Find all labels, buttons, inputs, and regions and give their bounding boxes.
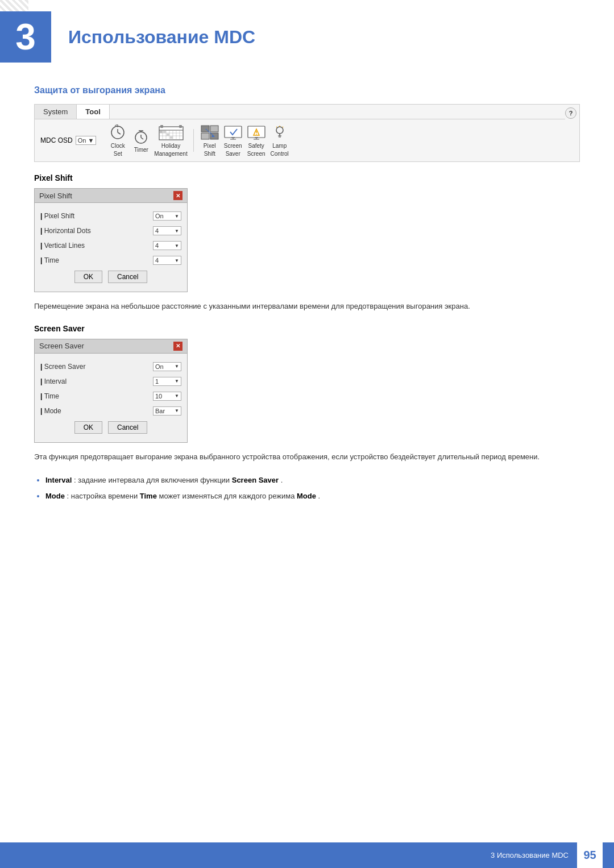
toolbar-content: MDC OSD On ▼	[35, 119, 565, 161]
screen-saver-label2: Saver	[226, 151, 240, 157]
screen-saver-select[interactable]: On ▼	[153, 362, 181, 371]
lamp-control-label: Lamp	[272, 143, 287, 149]
svg-line-2	[118, 132, 121, 134]
screen-saver-ok-button[interactable]: OK	[74, 421, 102, 434]
screen-saver-label: Screen	[224, 143, 242, 149]
toolbar-icon-timer[interactable]: Timer	[131, 128, 151, 153]
interval-value: 1	[155, 378, 159, 385]
toolbar-separator	[193, 129, 194, 152]
lamp-control-icon	[269, 124, 290, 141]
vertical-lines-value: 4	[155, 242, 159, 249]
svg-rect-30	[225, 126, 242, 138]
horizontal-dots-arrow: ▼	[175, 229, 179, 234]
clock-set-label2: Set	[114, 151, 122, 157]
pixel-shift-icon	[200, 124, 220, 141]
pixel-shift-arrow: ▼	[175, 214, 179, 219]
mode-arrow: ▼	[175, 408, 179, 413]
svg-rect-11	[179, 125, 182, 128]
mode-text: : настройка времени	[67, 492, 140, 500]
svg-rect-20	[160, 131, 163, 133]
toolbar-icon-pixel-shift[interactable]: Pixel Shift	[200, 124, 220, 157]
screen-saver-dialog-buttons: OK Cancel	[40, 421, 181, 434]
svg-point-41	[276, 127, 283, 134]
interval-label: Interval	[40, 377, 153, 385]
chapter-title: Использование MDC	[51, 15, 272, 59]
pixel-shift-label2: Shift	[204, 151, 215, 157]
pixel-shift-time-value: 4	[155, 257, 159, 264]
dialog-row-interval: Interval 1 ▼	[40, 377, 181, 386]
screen-saver-icon	[223, 124, 243, 141]
pixel-shift-cancel-button[interactable]: Cancel	[108, 271, 147, 283]
toolbar-icon-holiday[interactable]: Holiday Management	[154, 124, 187, 157]
holiday-label2: Management	[154, 151, 187, 157]
clock-set-label: Clock	[111, 143, 125, 149]
svg-rect-23	[170, 136, 173, 139]
interval-select[interactable]: 1 ▼	[153, 377, 181, 386]
screen-saver-value: On	[155, 363, 164, 370]
ss-time-arrow: ▼	[175, 393, 179, 398]
mdc-osd-label: MDC OSD	[40, 136, 73, 144]
time-keyword: Time	[140, 492, 157, 500]
pixel-shift-field-label: Pixel Shift	[40, 212, 153, 220]
toolbar-icon-safety-screen[interactable]: Safety Screen	[246, 124, 267, 157]
pixel-shift-description: Перемещение экрана на небольшое расстоян…	[34, 301, 580, 313]
mode-select[interactable]: Bar ▼	[153, 406, 181, 416]
pixel-shift-time-arrow: ▼	[175, 258, 179, 263]
pixel-shift-time-label: Time	[40, 256, 153, 264]
interval-keyword: Interval	[45, 476, 72, 484]
tab-tool[interactable]: Tool	[77, 105, 109, 119]
holiday-label: Holiday	[161, 143, 180, 149]
mdc-osd-group: MDC OSD On ▼	[40, 136, 96, 145]
dialog-row-mode: Mode Bar ▼	[40, 406, 181, 416]
screen-saver-field-label: Screen Saver	[40, 363, 153, 371]
bullet-item-interval: Interval : задание интервала для включен…	[45, 475, 580, 487]
dialog-row-pixel-shift: Pixel Shift On ▼	[40, 211, 181, 221]
pixel-shift-close-button[interactable]: ✕	[173, 191, 182, 200]
toolbar-icon-clock-set[interactable]: Clock Set	[107, 124, 128, 157]
mode-keyword2: Mode	[297, 492, 316, 500]
help-button[interactable]: ?	[565, 107, 576, 119]
timer-icon	[131, 128, 151, 145]
dialog-row-ss-time: Time 10 ▼	[40, 392, 181, 401]
mode-keyword: Mode	[45, 492, 65, 500]
toolbar-icon-screen-saver[interactable]: Screen Saver	[223, 124, 243, 157]
vertical-lines-arrow: ▼	[175, 243, 179, 248]
svg-line-47	[276, 127, 277, 127]
vertical-lines-label: Vertical Lines	[40, 242, 153, 250]
pixel-shift-select[interactable]: On ▼	[153, 211, 181, 221]
tab-system[interactable]: System	[35, 105, 77, 119]
screen-saver-dialog-title: Screen Saver	[39, 342, 84, 350]
dialog-row-screen-saver: Screen Saver On ▼	[40, 362, 181, 371]
pixel-shift-dialog: Pixel Shift ✕ Pixel Shift On ▼ Horizonta…	[34, 188, 188, 292]
lamp-control-label2: Control	[271, 151, 289, 157]
svg-line-5	[141, 138, 143, 139]
svg-rect-26	[201, 133, 209, 139]
svg-rect-24	[201, 126, 209, 132]
pixel-shift-value: On	[155, 213, 164, 219]
pixel-shift-time-select[interactable]: 4 ▼	[153, 256, 181, 265]
screen-saver-arrow: ▼	[175, 364, 179, 369]
clock-set-icon	[107, 124, 128, 141]
interval-text: : задание интервала для включения функци…	[74, 476, 232, 484]
page-number: 95	[577, 842, 603, 868]
ss-time-select[interactable]: 10 ▼	[153, 392, 181, 401]
screen-saver-cancel-button[interactable]: Cancel	[108, 421, 147, 434]
screen-saver-description: Эта функция предотвращает выгорание экра…	[34, 451, 580, 463]
vertical-lines-select[interactable]: 4 ▼	[153, 241, 181, 250]
pixel-shift-ok-button[interactable]: OK	[74, 271, 102, 283]
horizontal-dots-select[interactable]: 4 ▼	[153, 226, 181, 235]
page-footer: 3 Использование MDC 95	[0, 842, 614, 868]
screen-saver-close-button[interactable]: ✕	[173, 342, 182, 351]
dialog-row-vertical-lines: Vertical Lines 4 ▼	[40, 241, 181, 250]
svg-rect-22	[167, 134, 169, 136]
pixel-shift-subsection-title: Pixel Shift	[34, 173, 580, 182]
mode-text2: может изменяться для каждого режима	[159, 492, 297, 500]
pixel-shift-dialog-body: Pixel Shift On ▼ Horizontal Dots 4 ▼ Ver…	[35, 203, 187, 292]
horizontal-dots-value: 4	[155, 227, 159, 234]
toolbar-icon-lamp-control[interactable]: Lamp Control	[269, 124, 290, 157]
dialog-row-time: Time 4 ▼	[40, 256, 181, 265]
mdc-osd-select[interactable]: On ▼	[76, 136, 97, 145]
ss-time-label: Time	[40, 392, 153, 400]
ss-time-value: 10	[155, 393, 162, 400]
pixel-shift-dialog-title: Pixel Shift	[39, 192, 72, 200]
